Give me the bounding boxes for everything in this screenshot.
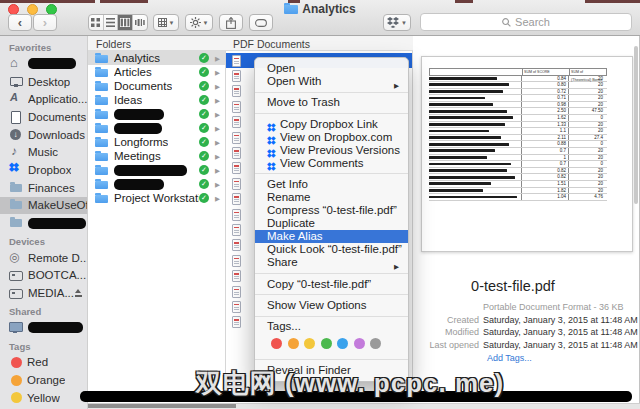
sidebar-section-header: Devices (0, 235, 87, 249)
sidebar-item[interactable]: Yellow (0, 389, 87, 407)
folder-row[interactable]: ✓ ▶ (88, 177, 225, 191)
context-menu-item[interactable]: Show View Options ▶ (255, 299, 408, 312)
sidebar-item-icon (9, 199, 23, 211)
tags-button[interactable] (249, 14, 273, 31)
context-menu-item[interactable]: View on Dropbox.com ▶ (255, 131, 408, 144)
sidebar-item[interactable]: Downloads (0, 126, 87, 144)
context-menu-item[interactable]: Copy “0-test-file.pdf” ▶ (255, 278, 408, 291)
context-menu-item[interactable]: ▶ (255, 316, 408, 317)
pdf-file-icon (232, 209, 241, 221)
folder-row[interactable]: Meetings ✓ ▶ (88, 149, 225, 163)
eject-icon[interactable] (74, 289, 83, 297)
dropbox-toolbar-button[interactable]: ▼ (383, 14, 411, 31)
chevron-right-icon: ▶ (215, 195, 220, 203)
folder-name (114, 179, 164, 190)
context-menu-item[interactable]: Move to Trash ▶ (255, 96, 408, 109)
search-input[interactable]: Search (420, 13, 632, 31)
context-menu-item[interactable]: ▶ (255, 113, 408, 114)
dropbox-synced-icon: ✓ (199, 123, 209, 133)
sidebar-item[interactable]: Red (0, 354, 87, 372)
preview-file-name: 0-test-file.pdf (413, 278, 613, 294)
share-button[interactable] (219, 14, 243, 31)
list-view-button[interactable] (104, 15, 119, 30)
pdf-file-icon (232, 239, 241, 251)
sidebar-item-icon (9, 287, 23, 299)
context-menu-item[interactable]: ▶ (255, 273, 408, 274)
sidebar-item[interactable]: Music (0, 143, 87, 161)
action-gear-button[interactable]: ▼ (185, 14, 213, 31)
tag-color-dot[interactable] (271, 338, 282, 349)
folder-name: Meetings (114, 150, 161, 162)
preview-table-row: 1.04 4.76 (429, 194, 607, 201)
sidebar-item[interactable]: Finances (0, 179, 87, 197)
tag-color-dot[interactable] (304, 338, 315, 349)
folder-row[interactable]: ✓ ▶ (88, 107, 225, 121)
format-row: Portable Document Format - 36 KB (413, 301, 640, 314)
folder-row[interactable]: Analytics ✓ ▶ (88, 51, 225, 65)
preview-table-row: 0.72 20 (429, 89, 607, 96)
preview-col2-header: SUM of (Theoretical) Bonus (570, 69, 606, 75)
tag-color-swatches (255, 333, 408, 355)
context-menu-item[interactable]: ▶ (255, 173, 408, 174)
tag-color-dot[interactable] (337, 338, 348, 349)
folder-row[interactable]: Project Workstation ✓ ▶ (88, 191, 225, 205)
sidebar-section: Favorites Desktop Applicatio... Document… (0, 41, 87, 232)
folder-row[interactable]: ✓ ▶ (88, 163, 225, 177)
context-menu-item[interactable]: Quick Look “0-test-file.pdf” ▶ (255, 243, 408, 256)
tag-color-dot[interactable] (354, 338, 365, 349)
back-button[interactable]: ‹ (8, 14, 32, 31)
add-tags-link[interactable]: Add Tags... (487, 353, 532, 363)
column-view-button[interactable] (118, 15, 133, 30)
folder-row[interactable]: Ideas ✓ ▶ (88, 93, 225, 107)
sidebar-item[interactable]: BOOTCA... (0, 267, 87, 285)
context-menu-item[interactable]: Tags... ▶ (255, 320, 408, 333)
sidebar-item[interactable]: Orange (0, 371, 87, 389)
sidebar-item-icon (9, 146, 23, 158)
tag-color-dot[interactable] (370, 338, 381, 349)
folder-row[interactable]: Documents ✓ ▶ (88, 79, 225, 93)
context-menu-item[interactable]: ▶ (255, 92, 408, 93)
context-menu-item[interactable]: Share ▶ (255, 256, 408, 269)
context-menu-item[interactable]: Open ▶ (255, 62, 408, 75)
arrange-button[interactable]: ▼ (153, 14, 179, 31)
context-menu-item[interactable]: ▶ (255, 359, 408, 360)
forward-button[interactable]: › (33, 14, 57, 31)
folder-icon (95, 193, 109, 204)
folder-name: Analytics (114, 52, 160, 64)
illegible-title-bar (429, 97, 485, 100)
dropbox-synced-icon: ✓ (199, 151, 209, 161)
context-menu-item[interactable]: ▶ (255, 294, 408, 295)
context-menu-item[interactable]: Copy Dropbox Link ▶ (255, 118, 408, 131)
context-menu-item[interactable]: View Previous Versions ▶ (255, 144, 408, 157)
sidebar-item[interactable]: Desktop (0, 73, 87, 91)
sidebar-item[interactable]: Dropbox (0, 161, 87, 179)
coverflow-view-button[interactable] (133, 15, 148, 30)
context-menu-item[interactable]: Duplicate ▶ (255, 217, 408, 230)
context-menu-item[interactable]: Make Alias ▶ (255, 230, 408, 243)
sidebar-item[interactable]: Remote D... (0, 249, 87, 267)
preview-scrollbar[interactable] (634, 46, 638, 204)
context-menu-item[interactable]: Open With ▶ (255, 75, 408, 88)
sidebar-item[interactable]: Applicatio... (0, 90, 87, 108)
folder-row[interactable]: ✓ ▶ (88, 121, 225, 135)
folder-row[interactable]: Longforms ✓ ▶ (88, 135, 225, 149)
context-menu-item[interactable]: Rename ▶ (255, 191, 408, 204)
sidebar-item[interactable]: MakeUseOf (0, 197, 87, 215)
sidebar-item[interactable] (0, 214, 87, 232)
folder-row[interactable]: Articles ✓ ▶ (88, 65, 225, 79)
sidebar-item[interactable] (0, 55, 87, 73)
metadata-row: Last opened Saturday, January 3, 2015 at… (413, 339, 640, 352)
icon-view-button[interactable] (89, 15, 104, 30)
tag-color-dot[interactable] (288, 338, 299, 349)
preview-table-row: 1.33 20 (429, 122, 607, 129)
pdf-preview-page[interactable]: SUM of SCORE SUM of (Theoretical) Bonus … (421, 56, 633, 252)
context-menu-item[interactable]: Get Info ▶ (255, 178, 408, 191)
metadata-value: Saturday, January 3, 2015 at 11:48 AM (483, 340, 638, 350)
sidebar-item[interactable]: MEDIA... (0, 284, 87, 302)
context-menu-item[interactable]: View Comments ▶ (255, 157, 408, 170)
metadata-row: Modified Saturday, January 3, 2015 at 11… (413, 326, 640, 339)
tag-color-dot[interactable] (321, 338, 332, 349)
sidebar-item[interactable]: Documents (0, 108, 87, 126)
context-menu-item[interactable]: Compress “0-test-file.pdf” ▶ (255, 204, 408, 217)
sidebar-item[interactable] (0, 319, 87, 337)
